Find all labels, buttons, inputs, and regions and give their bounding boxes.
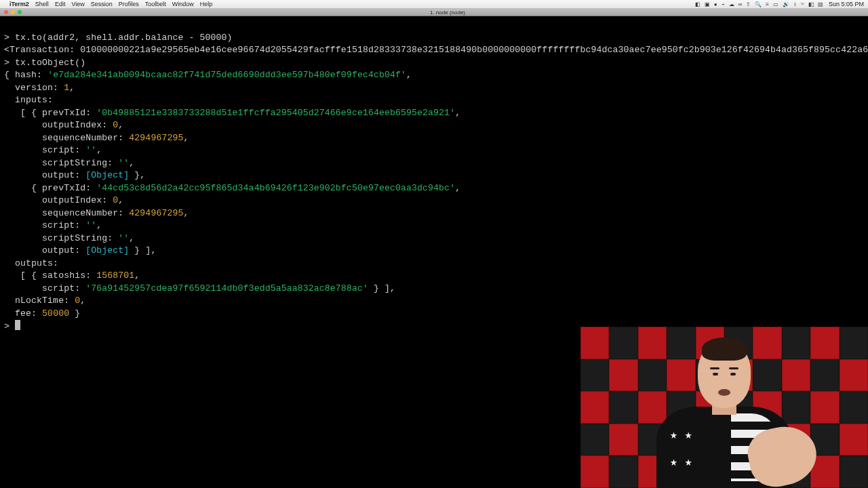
tab-title[interactable]: 1. node (node) xyxy=(27,9,868,16)
fee-value: 50000 xyxy=(42,308,69,319)
status-icon[interactable]: ∞ xyxy=(738,1,743,7)
hash-value: 'e7da284e341ab0094bcaac82f741d75ded6690d… xyxy=(47,70,406,80)
sequence-number: 4294967295 xyxy=(129,208,183,218)
menubar-clock[interactable]: Sun 5:05 PM xyxy=(829,1,864,7)
input-1-open: { prevTxId: xyxy=(4,183,96,193)
inputs-label: inputs: xyxy=(4,95,53,105)
satoshis-value: 1568701 xyxy=(96,270,134,281)
volume-icon[interactable]: 🔊 xyxy=(783,1,789,7)
tx-hex: 010000000221a9e29565eb4e16cee96674d20554… xyxy=(80,45,868,55)
object-ref: [Object] xyxy=(85,170,129,180)
window-traffic-lights[interactable] xyxy=(4,10,22,14)
battery-icon[interactable]: ▮▯ xyxy=(808,1,814,7)
presenter-figure xyxy=(636,352,812,488)
obj-open: { hash: xyxy=(4,70,47,80)
outputs-label: outputs: xyxy=(4,258,58,268)
status-icon[interactable]: ● xyxy=(714,1,717,7)
prompt: > xyxy=(4,58,9,68)
menu-shell[interactable]: Shell xyxy=(35,1,49,7)
menu-view[interactable]: View xyxy=(71,1,84,7)
webcam-overlay xyxy=(580,327,868,488)
input-1-prevtxid: '44cd53c8d56d2a42cc95f865d34a4b69426f123… xyxy=(96,183,455,193)
menu-help[interactable]: Help xyxy=(200,1,213,7)
terminal-output[interactable]: > tx.to(addr2, shell.addr.balance - 5000… xyxy=(0,16,868,336)
terminal-cursor xyxy=(15,320,20,330)
input-0-prevtxid: '0b49885121e3383733288d51e1ffcffa295405d… xyxy=(96,108,455,118)
zoom-icon[interactable] xyxy=(18,10,22,14)
minimize-icon[interactable] xyxy=(11,10,15,14)
cmd-line: tx.to(addr2, shell.addr.balance - 50000) xyxy=(15,33,233,43)
menu-toolbelt[interactable]: Toolbelt xyxy=(145,1,166,7)
search-icon[interactable]: 🔍 xyxy=(755,1,762,7)
menu-edit[interactable]: Edit xyxy=(55,1,66,7)
menubar-app-name[interactable]: iTerm2 xyxy=(9,1,29,7)
close-icon[interactable] xyxy=(4,10,8,14)
display-icon[interactable]: ▭ xyxy=(773,1,778,7)
status-icon[interactable]: ⌁ xyxy=(722,1,725,7)
menu-session[interactable]: Session xyxy=(91,1,113,7)
prompt: > xyxy=(4,321,9,331)
version-value: 1 xyxy=(64,83,69,93)
cmd-line: tx.toObject() xyxy=(15,58,85,68)
nlocktime-value: 0 xyxy=(75,296,80,306)
status-icon[interactable]: ⇪ xyxy=(746,1,751,7)
menu-profiles[interactable]: Profiles xyxy=(119,1,139,7)
macos-menubar: iTerm2 Shell Edit View Session Profiles … xyxy=(0,0,868,9)
prompt: > xyxy=(4,33,9,43)
output-line: <Transaction: xyxy=(4,45,80,55)
version-label: version: xyxy=(4,83,64,93)
wifi-icon[interactable]: ⌔ xyxy=(801,1,804,7)
window-titlebar: 1. node (node) xyxy=(0,9,868,16)
status-icon[interactable]: ≡ xyxy=(766,1,769,7)
sequence-number: 4294967295 xyxy=(129,133,183,143)
status-icon[interactable]: ☁ xyxy=(729,1,734,7)
object-ref: [Object] xyxy=(85,245,129,256)
menu-window[interactable]: Window xyxy=(172,1,194,7)
input-0-open: [ { prevTxId: xyxy=(4,108,96,118)
bluetooth-icon[interactable]: ᚼ xyxy=(793,1,797,7)
flag-icon[interactable]: ▤ xyxy=(818,1,823,7)
output-script: '76a91452957cdea97f6592114db0f3edd5a5aa8… xyxy=(85,283,368,293)
status-icon[interactable]: ▣ xyxy=(705,1,710,7)
status-icon[interactable]: ◧ xyxy=(695,1,701,7)
